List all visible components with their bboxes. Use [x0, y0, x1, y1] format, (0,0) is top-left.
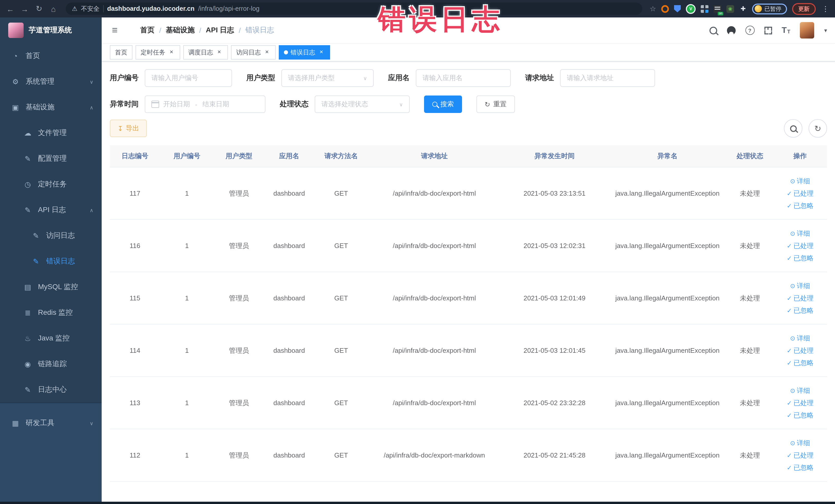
help-icon[interactable]: ? — [745, 26, 754, 35]
caret-down-icon[interactable]: ▾ — [824, 27, 827, 34]
user-type-select[interactable]: 请选择用户类型 ∨ — [281, 69, 374, 87]
mark-ignored-link[interactable]: ✓已忽略 — [787, 410, 813, 420]
breadcrumb-item[interactable]: 错误日志 — [245, 26, 274, 35]
extension-switchyomega-icon[interactable] — [714, 5, 721, 13]
tab-label: 首页 — [115, 48, 127, 57]
sidebar-menu-item[interactable]: ▤ MySQL 监控 — [0, 274, 102, 300]
forward-icon[interactable]: → — [20, 4, 30, 13]
search-button[interactable]: 搜索 — [424, 96, 462, 113]
view-tab[interactable]: 调度日志 × — [183, 45, 228, 60]
check-icon: ✓ — [787, 243, 792, 249]
security-label: 不安全 — [81, 4, 100, 13]
close-icon[interactable]: × — [216, 49, 223, 56]
extension-shield-icon[interactable] — [674, 5, 681, 12]
url-domain: dashboard.yudao.iocoder.cn — [107, 5, 195, 12]
view-tab[interactable]: 定时任务 × — [136, 45, 180, 60]
browser-menu-icon[interactable]: ⋮ — [821, 5, 830, 13]
sidebar-menu-item[interactable]: ♨ Java 监控 — [0, 326, 102, 351]
user-avatar[interactable] — [800, 22, 814, 39]
browser-update-button[interactable]: 更新 — [792, 3, 816, 15]
sidebar-menu-item[interactable]: ✎ 错误日志 — [0, 248, 102, 274]
sidebar-menu-item[interactable]: ✎ 配置管理 — [0, 146, 102, 172]
process-status-select[interactable]: 请选择处理状态 ∨ — [315, 96, 410, 113]
bookmark-star-icon[interactable]: ☆ — [650, 5, 656, 13]
mark-processed-link[interactable]: ✓已处理 — [787, 189, 813, 198]
mark-processed-link[interactable]: ✓已处理 — [787, 346, 813, 355]
mark-processed-link[interactable]: ✓已处理 — [787, 294, 813, 303]
check-icon: ✓ — [787, 295, 792, 301]
briefcase-icon: ▦ — [10, 419, 21, 427]
mark-processed-link[interactable]: ✓已处理 — [787, 450, 813, 460]
eye-icon: ⊙ — [790, 387, 795, 394]
sidebar-menu-item[interactable]: ▣ 基础设施 ∧ — [0, 95, 102, 120]
close-icon[interactable]: × — [318, 49, 325, 56]
cell-exception-name: java.lang.IllegalArgumentException — [608, 451, 727, 459]
extension-leaf-icon[interactable]: ❀ — [727, 5, 734, 13]
close-icon[interactable]: × — [168, 49, 175, 56]
cell-app-name: dashboard — [264, 189, 314, 197]
hamburger-icon[interactable]: ≡ — [110, 25, 120, 36]
back-icon[interactable]: ← — [5, 4, 15, 13]
sidebar-logo[interactable]: 芋道管理系统 — [0, 18, 102, 43]
export-button[interactable]: ↧ 导出 — [110, 120, 147, 137]
mark-ignored-link[interactable]: ✓已忽略 — [787, 201, 813, 210]
sidebar-menu-item-dev-tools[interactable]: ▦ 研发工具 ∨ — [0, 410, 102, 436]
detail-link[interactable]: ⊙详细 — [790, 176, 810, 186]
sidebar-menu-item[interactable]: ◷ 定时任务 — [0, 172, 102, 197]
profile-paused-badge[interactable]: 已暂停 — [752, 3, 787, 14]
breadcrumb-item[interactable]: 首页 — [140, 26, 155, 35]
sidebar-menu: ◔ 首页 ⚙ 系统管理 ∨ ▣ 基础设施 ∧ ☁ 文件管理 — [0, 43, 102, 403]
extension-adblock-icon[interactable] — [661, 5, 669, 13]
mark-ignored-link[interactable]: ✓已忽略 — [787, 254, 813, 263]
detail-link[interactable]: ⊙详细 — [790, 438, 810, 447]
github-icon[interactable] — [727, 26, 735, 35]
menu-item-label: 访问日志 — [46, 231, 75, 240]
extension-v-icon[interactable]: V — [686, 4, 696, 14]
fullscreen-icon[interactable] — [764, 26, 772, 34]
date-range-input[interactable]: 开始日期 - 结束日期 — [145, 96, 265, 113]
sidebar-menu-item[interactable]: ⚙ 系统管理 ∨ — [0, 69, 102, 95]
sidebar-menu-item[interactable]: ✎ API 日志 ∧ — [0, 197, 102, 223]
address-bar[interactable]: ⚠ 不安全 dashboard.yudao.iocoder.cn/infra/l… — [66, 3, 643, 15]
sidebar-menu-item[interactable]: ☁ 文件管理 — [0, 120, 102, 146]
refresh-button[interactable]: ↻ — [809, 119, 827, 138]
view-tab[interactable]: 错误日志 × — [279, 45, 330, 60]
app-name-input[interactable]: 请输入应用名 — [416, 69, 511, 87]
reload-icon[interactable]: ↻ — [34, 4, 44, 13]
home-icon[interactable]: ⌂ — [48, 4, 59, 13]
sidebar-menu-item[interactable]: ✎ 访问日志 — [0, 223, 102, 248]
user-id-input[interactable]: 请输入用户编号 — [145, 69, 232, 87]
sidebar-menu-item[interactable]: ◔ 首页 — [0, 43, 102, 69]
detail-link[interactable]: ⊙详细 — [790, 281, 810, 290]
search-icon[interactable] — [709, 26, 717, 34]
mark-processed-link[interactable]: ✓已处理 — [787, 398, 813, 407]
mark-ignored-link[interactable]: ✓已忽略 — [787, 463, 813, 472]
extensions-puzzle-icon[interactable]: ✚ — [739, 5, 747, 13]
sidebar-menu-item[interactable]: ≣ Redis 监控 — [0, 300, 102, 326]
toggle-search-button[interactable] — [784, 119, 802, 138]
detail-link[interactable]: ⊙详细 — [790, 386, 810, 395]
breadcrumb-separator: / — [199, 26, 201, 35]
cell-request-url: /api/infra/db-doc/export-html — [368, 242, 501, 249]
breadcrumb-item[interactable]: API 日志 — [206, 26, 234, 35]
cell-request-url: /api/infra/db-doc/export-markdown — [368, 451, 501, 459]
reset-button[interactable]: ↻ 重置 — [476, 96, 515, 113]
breadcrumb-item[interactable]: 基础设施 — [166, 26, 195, 35]
mark-ignored-link[interactable]: ✓已忽略 — [787, 306, 813, 315]
close-icon[interactable]: × — [263, 49, 270, 56]
font-size-icon[interactable]: TT — [781, 26, 790, 35]
cell-exception-time: 2021-05-03 12:01:49 — [501, 294, 608, 302]
warning-icon[interactable]: ⚠ — [72, 5, 78, 12]
view-tab[interactable]: 访问日志 × — [231, 45, 276, 60]
mark-ignored-link[interactable]: ✓已忽略 — [787, 358, 813, 367]
view-tab[interactable]: 首页 × — [110, 45, 133, 60]
detail-link[interactable]: ⊙详细 — [790, 334, 810, 343]
edit-icon: ✎ — [23, 206, 33, 214]
sidebar-menu-item[interactable]: ✎ 日志中心 — [0, 377, 102, 403]
edit-icon: ✎ — [31, 231, 41, 240]
mark-processed-link[interactable]: ✓已处理 — [787, 241, 813, 250]
sidebar-menu-item[interactable]: ◉ 链路追踪 — [0, 351, 102, 377]
detail-link[interactable]: ⊙详细 — [790, 229, 810, 238]
extension-grid-icon[interactable] — [701, 5, 709, 13]
request-url-input[interactable]: 请输入请求地址 — [560, 69, 655, 87]
